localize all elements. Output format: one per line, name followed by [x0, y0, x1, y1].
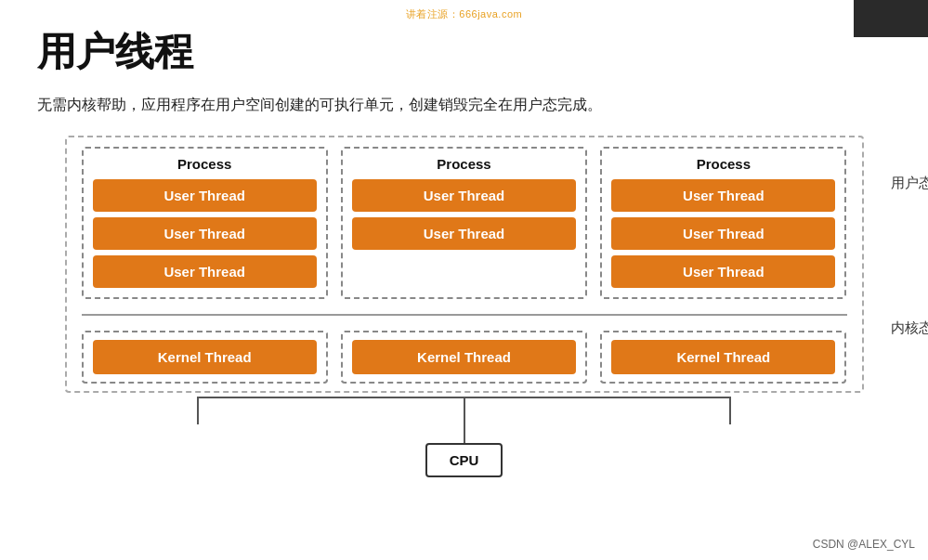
- watermark-text: 讲着注源：666java.com: [406, 7, 522, 21]
- kernel-box-wrap-3: Kernel Thread: [600, 331, 846, 384]
- kernel-zone-label: 内核态: [891, 319, 929, 337]
- kernel-box-wrap-1: Kernel Thread: [82, 331, 328, 384]
- kernel-thread-2: Kernel Thread: [352, 340, 576, 374]
- kernel-thread-1: Kernel Thread: [93, 340, 317, 374]
- v-line-1: [197, 397, 199, 424]
- diagram: 用户态 内核态 Process User Thread User Thread …: [65, 136, 864, 483]
- page-title: 用户线程: [37, 26, 891, 78]
- slide: 讲着注源：666java.com 用户线程 无需内核帮助，应用程序在用户空间创建…: [0, 0, 928, 560]
- outer-dashed-border: 用户态 内核态 Process User Thread User Thread …: [65, 136, 864, 393]
- connector-lines: [65, 397, 864, 424]
- cpu-area: CPU: [65, 393, 864, 483]
- process-box-3: Process User Thread User Thread User Thr…: [600, 147, 846, 299]
- process-box-2: Process User Thread User Thread: [341, 147, 587, 299]
- v-line-3: [729, 397, 731, 424]
- process-label-1: Process: [93, 156, 317, 172]
- user-thread-3-3: User Thread: [611, 255, 835, 288]
- kernel-row: Kernel Thread Kernel Thread Kernel Threa…: [82, 323, 847, 391]
- user-kernel-divider: [82, 314, 847, 316]
- v-line-2: [464, 397, 465, 424]
- processes-row: Process User Thread User Thread User Thr…: [82, 147, 847, 306]
- user-thread-1-1: User Thread: [93, 179, 317, 212]
- cpu-box: CPU: [425, 443, 503, 477]
- process-box-1: Process User Thread User Thread User Thr…: [82, 147, 328, 299]
- user-thread-1-3: User Thread: [93, 255, 317, 288]
- csdn-watermark: CSDN @ALEX_CYL: [813, 538, 915, 551]
- process-label-2: Process: [352, 156, 576, 172]
- process-label-3: Process: [611, 156, 835, 172]
- v-to-cpu: [464, 424, 465, 443]
- user-thread-1-2: User Thread: [93, 217, 317, 250]
- subtitle-text: 无需内核帮助，应用程序在用户空间创建的可执行单元，创建销毁完全在用户态完成。: [37, 93, 891, 117]
- kernel-thread-3: Kernel Thread: [611, 340, 835, 374]
- watermark-thumbnail: [854, 0, 928, 37]
- user-zone-label: 用户态: [891, 175, 929, 192]
- kernel-box-wrap-2: Kernel Thread: [341, 331, 587, 384]
- user-thread-3-2: User Thread: [611, 217, 835, 250]
- user-thread-3-1: User Thread: [611, 179, 835, 212]
- user-thread-2-2: User Thread: [352, 217, 576, 250]
- user-thread-2-1: User Thread: [352, 179, 576, 212]
